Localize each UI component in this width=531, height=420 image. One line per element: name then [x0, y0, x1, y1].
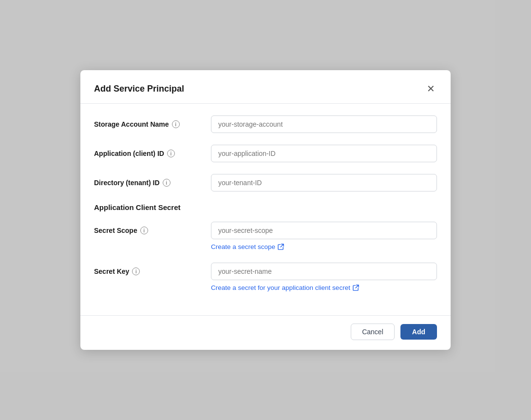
modal-body: Storage Account Name i Application (clie…	[80, 104, 451, 311]
storage-account-label: Storage Account Name i	[94, 120, 211, 128]
storage-account-row: Storage Account Name i	[94, 115, 437, 133]
storage-account-input-col	[211, 115, 437, 133]
modal-header: Add Service Principal ✕	[80, 70, 451, 104]
secret-scope-label: Secret Scope i	[94, 227, 211, 234]
close-button[interactable]: ✕	[425, 82, 437, 95]
modal-title: Add Service Principal	[94, 84, 184, 94]
application-client-id-label-col: Application (client) ID i	[94, 145, 211, 157]
directory-tenant-id-label-col: Directory (tenant) ID i	[94, 174, 211, 187]
create-secret-key-link-text: Create a secret for your application cli…	[211, 284, 350, 291]
dialog: Add Service Principal ✕ Storage Account …	[80, 70, 451, 350]
add-button[interactable]: Add	[400, 324, 437, 340]
application-client-id-input-col	[211, 145, 437, 162]
application-client-secret-label: Application Client Secret	[94, 203, 181, 211]
application-client-id-label: Application (client) ID i	[94, 150, 211, 157]
secret-key-input[interactable]	[211, 263, 437, 280]
application-client-secret-section: Application Client Secret	[94, 203, 437, 212]
cancel-button[interactable]: Cancel	[351, 324, 395, 340]
application-client-id-info-icon[interactable]: i	[167, 150, 175, 157]
secret-scope-input-col: Create a secret scope	[211, 222, 437, 251]
directory-tenant-id-info-icon[interactable]: i	[163, 179, 171, 187]
directory-tenant-id-row: Directory (tenant) ID i	[94, 174, 437, 191]
modal-overlay: Add Service Principal ✕ Storage Account …	[0, 0, 531, 420]
create-secret-key-link[interactable]: Create a secret for your application cli…	[211, 284, 359, 291]
secret-key-label-col: Secret Key i	[94, 263, 211, 275]
secret-scope-label-col: Secret Scope i	[94, 222, 211, 234]
modal-footer: Cancel Add	[80, 315, 451, 350]
create-secret-scope-link[interactable]: Create a secret scope	[211, 243, 284, 250]
storage-account-info-icon[interactable]: i	[172, 120, 180, 128]
secret-scope-row: Secret Scope i Create a secret scope	[94, 222, 437, 251]
secret-scope-input[interactable]	[211, 222, 437, 239]
secret-key-row: Secret Key i Create a secret for your ap…	[94, 263, 437, 292]
storage-account-input[interactable]	[211, 115, 437, 133]
create-secret-scope-link-text: Create a secret scope	[211, 243, 275, 250]
secret-scope-info-icon[interactable]: i	[140, 227, 148, 234]
storage-account-label-col: Storage Account Name i	[94, 115, 211, 128]
application-client-id-row: Application (client) ID i	[94, 145, 437, 162]
application-client-id-input[interactable]	[211, 145, 437, 162]
secret-key-label: Secret Key i	[94, 267, 211, 275]
external-link-icon-2	[353, 285, 359, 291]
directory-tenant-id-label: Directory (tenant) ID i	[94, 179, 211, 187]
directory-tenant-id-input-col	[211, 174, 437, 191]
directory-tenant-id-input[interactable]	[211, 174, 437, 191]
secret-key-input-col: Create a secret for your application cli…	[211, 263, 437, 292]
close-icon: ✕	[427, 84, 435, 94]
external-link-icon	[278, 244, 284, 250]
secret-key-info-icon[interactable]: i	[132, 267, 140, 275]
